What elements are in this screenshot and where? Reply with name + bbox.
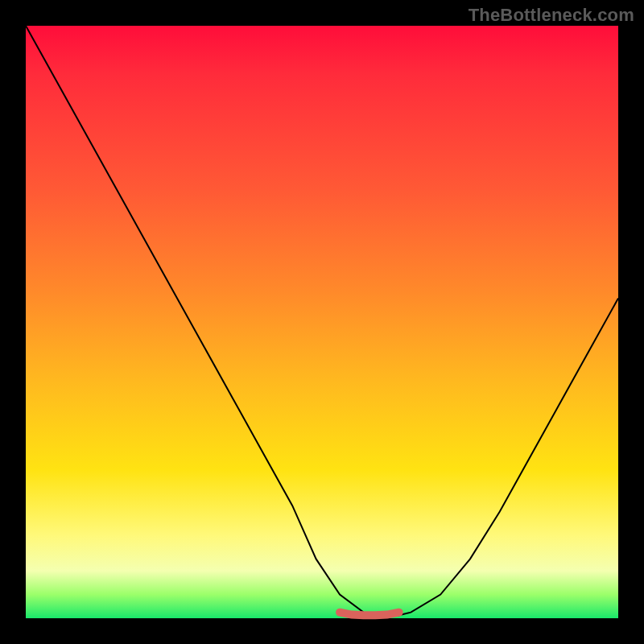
- plot-area: [26, 26, 618, 618]
- bottleneck-curve: [26, 26, 618, 615]
- flat-marker: [340, 613, 399, 616]
- chart-frame: TheBottleneck.com: [0, 0, 644, 644]
- watermark-text: TheBottleneck.com: [469, 5, 634, 26]
- curve-layer: [26, 26, 618, 618]
